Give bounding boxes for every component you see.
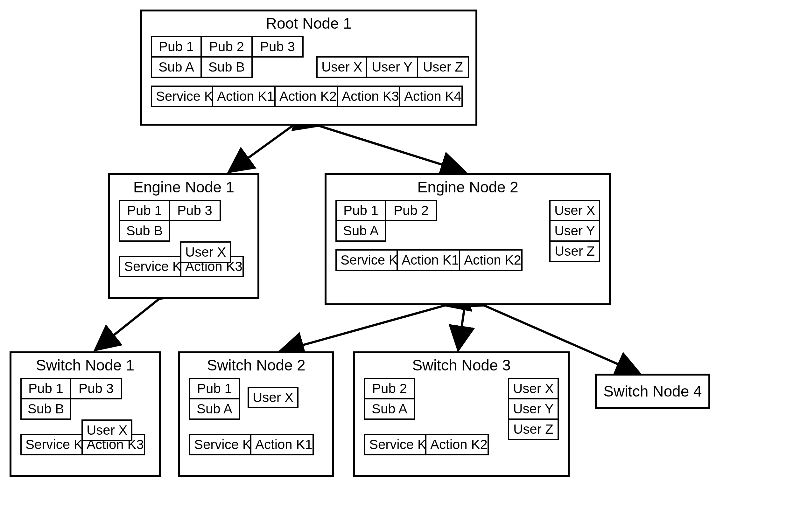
node-title: Switch Node 4 (603, 382, 702, 400)
sub-cell: Sub B (202, 58, 253, 78)
user-cell: User X (180, 241, 231, 263)
engine-node-2: Engine Node 2 Pub 1 Pub 2 Sub A Service … (325, 173, 611, 305)
sub-cell: Sub A (151, 58, 202, 78)
user-cell: User Z (418, 56, 469, 78)
svg-line-2 (95, 299, 159, 350)
action-cell: Action K2 (276, 86, 338, 107)
engine-node-1: Engine Node 1 Pub 1 Pub 3 Sub B User X S… (108, 173, 259, 299)
sub-cell: Sub B (119, 221, 170, 242)
action-cell: Action K2 (460, 249, 522, 271)
service-cell: Service K (335, 249, 398, 271)
user-cell: User X (247, 387, 298, 408)
pub-cell: Pub 2 (364, 378, 415, 399)
pub-cell: Pub 2 (202, 36, 253, 58)
svg-line-0 (229, 126, 293, 172)
pub-cell: Pub 3 (170, 200, 221, 221)
sub-cell: Sub A (189, 399, 240, 420)
user-cell: User Y (549, 221, 600, 242)
sub-cell: Sub A (335, 221, 386, 242)
user-cell: User Z (508, 420, 559, 440)
user-cell: User Y (367, 56, 418, 78)
pub-cell: Pub 1 (335, 200, 386, 221)
user-cell: User Z (549, 242, 600, 262)
sub-cell: Sub B (20, 399, 71, 420)
pub-cell: Pub 3 (253, 36, 304, 58)
user-cell: User X (549, 200, 600, 221)
user-cell: User X (508, 378, 559, 399)
service-cell: Service K (189, 434, 252, 455)
action-cell: Action K4 (400, 86, 463, 107)
service-cell: Service K (119, 256, 181, 277)
action-cell: Action K1 (398, 249, 460, 271)
node-title: Switch Node 1 (12, 357, 159, 374)
user-cell: User Y (508, 399, 559, 420)
node-title: Engine Node 1 (110, 178, 257, 196)
pub-cell: Pub 1 (119, 200, 170, 221)
sub-cell: Sub A (364, 399, 415, 420)
node-title: Engine Node 2 (327, 178, 609, 196)
pub-cell: Pub 1 (189, 378, 240, 399)
node-title: Root Node 1 (142, 15, 475, 32)
pub-cell: Pub 1 (20, 378, 71, 399)
pub-cell: Pub 3 (71, 378, 122, 399)
user-cell: User X (81, 419, 132, 441)
action-cell: Action K1 (252, 434, 314, 455)
diagram-canvas: Root Node 1 Pub 1 Pub 2 Pub 3 Sub A Sub … (0, 0, 808, 532)
service-cell: Service K (364, 434, 426, 455)
user-cell: User X (316, 56, 367, 78)
switch-node-3: Switch Node 3 Pub 2 Sub A Service K Acti… (353, 352, 570, 477)
node-title: Switch Node 2 (180, 357, 332, 374)
switch-node-4: Switch Node 4 (595, 374, 710, 409)
root-node-1: Root Node 1 Pub 1 Pub 2 Pub 3 Sub A Sub … (140, 10, 477, 126)
service-cell: Service K (151, 86, 213, 107)
action-cell: Action K3 (338, 86, 400, 107)
svg-line-4 (458, 307, 465, 350)
svg-line-1 (318, 126, 465, 172)
pub-cell: Pub 2 (386, 200, 437, 221)
node-title: Switch Node 3 (355, 357, 568, 374)
switch-node-2: Switch Node 2 Pub 1 Sub A User X Ser (178, 352, 334, 477)
service-cell: Service K (20, 434, 83, 455)
action-cell: Action K1 (213, 86, 276, 107)
switch-node-1: Switch Node 1 Pub 1 Pub 3 Sub B User X S… (10, 352, 161, 477)
svg-line-3 (280, 305, 445, 352)
pub-cell: Pub 1 (151, 36, 202, 58)
action-cell: Action K2 (426, 434, 489, 455)
